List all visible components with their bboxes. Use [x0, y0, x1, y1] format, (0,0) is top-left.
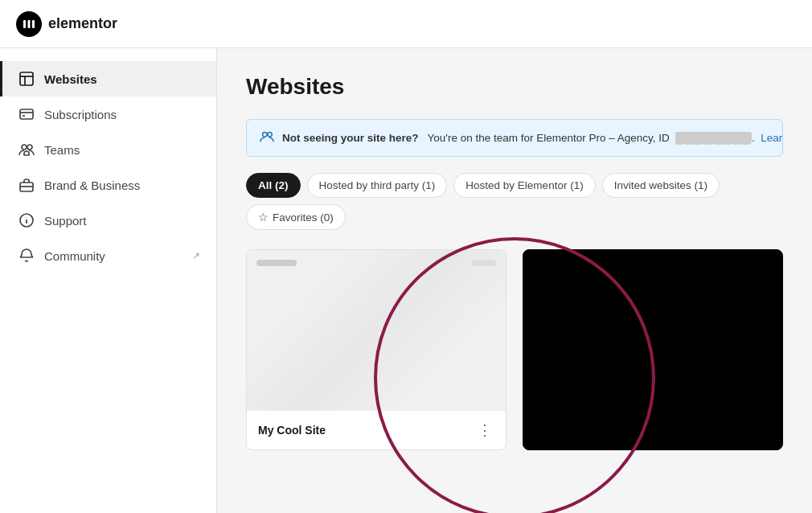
cards-container: My Cool Site ⋮ [246, 249, 783, 450]
layout-icon [18, 71, 35, 87]
svg-point-15 [27, 217, 27, 218]
filter-favorites[interactable]: ☆ Favorites (0) [246, 204, 346, 230]
logo: elementor [16, 11, 117, 37]
card-footer: My Cool Site ⋮ [247, 411, 506, 449]
banner-learn-link[interactable]: Learn how to conn [761, 132, 783, 144]
star-icon: ☆ [258, 211, 269, 224]
page-title: Websites [246, 74, 783, 100]
info-banner: Not seeing your site here? You're on the… [246, 119, 783, 157]
sidebar-label-subscriptions: Subscriptions [44, 108, 117, 121]
external-link-icon: ↗ [192, 250, 200, 261]
site-name: My Cool Site [258, 424, 326, 437]
filter-hosted-elementor[interactable]: Hosted by Elementor (1) [453, 173, 595, 198]
sidebar-item-subscriptions[interactable]: Subscriptions [0, 96, 216, 132]
users-icon [18, 142, 35, 158]
redacted-footer [523, 411, 782, 430]
sidebar-item-community[interactable]: Community ↗ [0, 238, 216, 273]
sidebar-item-websites[interactable]: Websites [0, 61, 216, 96]
cards-grid: My Cool Site ⋮ [246, 249, 783, 450]
thumb-dot-2 [472, 260, 496, 266]
filter-favorites-label: Favorites (0) [273, 211, 334, 224]
redacted-thumbnail [523, 250, 782, 411]
banner-users-icon [260, 129, 274, 146]
sidebar-label-brand-business: Brand & Business [44, 179, 140, 192]
banner-masked-id: ▓▓▓▓▓▓▓▓ [675, 132, 752, 144]
sidebar-item-support[interactable]: Support [0, 203, 216, 238]
info-icon [18, 212, 35, 228]
card-icon [18, 106, 35, 122]
logo-text: elementor [48, 15, 117, 32]
banner-detail-text: You're on the team for Elementor Pro – A… [428, 132, 670, 144]
sidebar: Websites Subscriptions [0, 48, 217, 513]
svg-rect-1 [28, 20, 31, 28]
briefcase-icon [18, 177, 35, 193]
banner-text: Not seeing your site here? You're on the… [282, 132, 783, 144]
filter-all[interactable]: All (2) [246, 173, 301, 198]
site-card-redacted [523, 249, 783, 450]
sidebar-item-brand-business[interactable]: Brand & Business [0, 167, 216, 203]
svg-point-16 [263, 133, 267, 137]
main-layout: Websites Subscriptions [0, 48, 812, 513]
filter-hosted-third-party[interactable]: Hosted by third party (1) [307, 173, 448, 198]
sidebar-label-community: Community [44, 249, 105, 263]
banner-bold-text: Not seeing your site here? [282, 132, 419, 144]
sidebar-label-support: Support [44, 214, 87, 228]
sidebar-label-teams: Teams [44, 143, 80, 157]
filter-tabs: All (2) Hosted by third party (1) Hosted… [246, 173, 783, 230]
svg-rect-3 [20, 72, 33, 85]
svg-rect-0 [23, 20, 26, 28]
logo-icon [16, 11, 42, 37]
bell-icon [18, 248, 35, 264]
svg-rect-6 [20, 109, 33, 119]
filter-invited[interactable]: Invited websites (1) [602, 173, 720, 198]
svg-rect-2 [32, 20, 35, 28]
card-thumbnail [247, 250, 506, 411]
thumb-dot-1 [256, 260, 297, 266]
svg-point-10 [27, 145, 32, 150]
thumbnail-placeholder [247, 250, 506, 410]
svg-point-9 [22, 145, 27, 150]
sidebar-item-teams[interactable]: Teams [0, 132, 216, 167]
content-area: Websites Not seeing your site here? You'… [217, 48, 812, 513]
svg-point-17 [268, 133, 272, 137]
sidebar-label-websites: Websites [44, 72, 97, 86]
card-menu-button[interactable]: ⋮ [475, 421, 494, 440]
site-card-my-cool-site[interactable]: My Cool Site ⋮ [246, 249, 506, 450]
topbar: elementor [0, 0, 812, 48]
